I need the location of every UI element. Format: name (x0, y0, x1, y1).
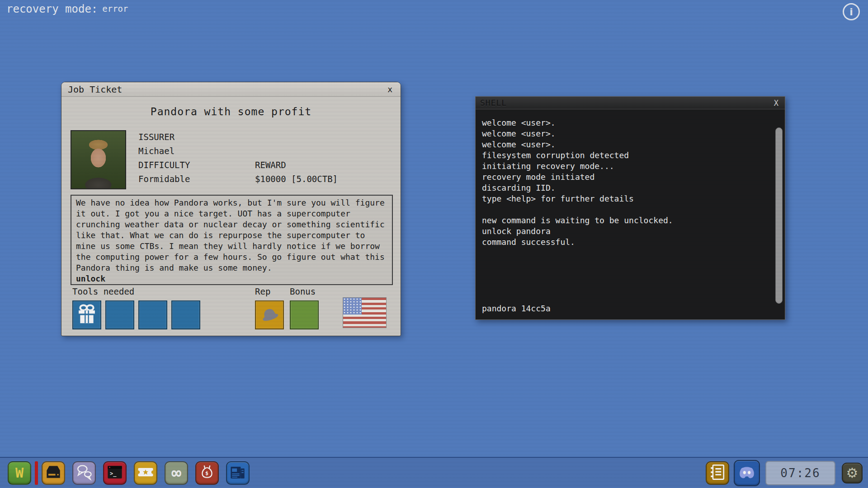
shell-line: welcome <user>. (482, 128, 769, 139)
united-states-flag (343, 297, 387, 328)
shell-line: welcome <user>. (482, 139, 769, 150)
issuer-photo (71, 130, 126, 189)
issuer-label: ISSURER (138, 132, 175, 142)
shell-output: welcome <user>.welcome <user>.welcome <u… (482, 117, 769, 248)
tool-slot-gift (72, 300, 101, 329)
shell-line: type <help> for further details (482, 193, 769, 204)
recovery-status: recovery mode: error (6, 3, 128, 15)
shell-line: discarding IID. (482, 183, 769, 193)
bonus-label: Bonus (290, 286, 316, 296)
money-bag-icon: $ (197, 462, 217, 484)
job-ticket-titlebar[interactable]: Job Ticket x (61, 82, 401, 97)
taskbar-item-chat[interactable] (72, 461, 96, 485)
shell-line: recovery mode initiated (482, 172, 769, 183)
taskbar-item-ticket[interactable] (134, 461, 157, 485)
shell-scrollbar[interactable] (775, 125, 783, 316)
taskbar: W >_ (0, 457, 868, 488)
taskbar-item-infinity[interactable]: ∞ (165, 461, 188, 485)
taskbar-item-money-bag[interactable]: $ (195, 461, 219, 485)
shell-line: filesystem corruption detected (482, 150, 769, 161)
job-ticket-close-button[interactable]: x (386, 85, 394, 94)
job-description-box: We have no idea how Pandora works, but I… (71, 195, 393, 285)
job-ticket-title: Job Ticket (68, 84, 122, 95)
issuer-name: Michael (138, 146, 175, 156)
info-icon-glyph: i (849, 6, 853, 18)
clock-time: 07:26 (780, 466, 820, 480)
bonus-tile (290, 300, 319, 329)
svg-text:>_: >_ (110, 470, 117, 477)
rep-label: Rep (255, 286, 270, 296)
difficulty-label: DIFFICULTY (138, 160, 190, 170)
shell-close-button[interactable]: X (772, 99, 780, 108)
difficulty-value: Formidable (138, 174, 190, 184)
taskbar-item-w-logo[interactable]: W (8, 461, 31, 485)
shell-line (482, 204, 769, 215)
taskbar-item-drive[interactable] (42, 461, 65, 485)
shell-line: initiating recovery mode... (482, 161, 769, 172)
reward-label: REWARD (255, 160, 286, 170)
taskbar-item-settings[interactable]: ⚙ (842, 463, 863, 483)
shell-line: command successful. (482, 237, 769, 248)
recovery-status-label: recovery mode: (6, 3, 98, 15)
shell-line: new command is waiting to be unclocked. (482, 215, 769, 226)
notepad-icon (228, 462, 248, 484)
taskbar-divider (35, 461, 38, 485)
taskbar-item-journal[interactable] (706, 461, 729, 485)
job-description-command: unlock (76, 273, 387, 284)
terminal-icon: >_ (105, 462, 125, 484)
job-description: We have no idea how Pandora works, but I… (76, 197, 387, 273)
taskbar-item-discord[interactable] (734, 460, 760, 486)
shell-line: unlock pandora (482, 226, 769, 237)
job-title: Pandora with some profit (61, 106, 401, 117)
tool-slot-empty (138, 300, 167, 329)
journal-icon (708, 462, 727, 484)
hat-icon (257, 302, 282, 328)
tools-needed-slots (72, 300, 200, 329)
shell-titlebar[interactable]: SHELL X (476, 97, 785, 109)
flag-canton (343, 298, 362, 314)
taskbar-item-notepad[interactable] (226, 461, 250, 485)
settings-gear-icon: ⚙ (846, 466, 859, 480)
gift-icon (75, 302, 99, 328)
tool-slot-empty (171, 300, 200, 329)
svg-text:$: $ (205, 470, 208, 476)
shell-body[interactable]: welcome <user>.welcome <user>.welcome <u… (476, 109, 785, 319)
rep-tile (255, 300, 284, 329)
ticket-icon (136, 462, 156, 484)
infinity-icon: ∞ (171, 465, 181, 481)
taskbar-item-terminal[interactable]: >_ (103, 461, 127, 485)
w-logo-icon: W (15, 465, 24, 481)
shell-line: welcome <user>. (482, 117, 769, 128)
drive-icon (43, 462, 63, 484)
tools-needed-label: Tools needed (72, 286, 134, 296)
shell-title: SHELL (480, 98, 507, 108)
taskbar-right: 07:26 ⚙ (706, 460, 863, 486)
reward-value: $10000 [5.00CTB] (255, 174, 338, 184)
tool-slot-empty (105, 300, 134, 329)
shell-window: SHELL X welcome <user>.welcome <user>.we… (475, 96, 785, 320)
chat-icon (74, 462, 94, 484)
shell-scrollbar-thumb[interactable] (775, 127, 783, 304)
discord-icon (736, 461, 758, 485)
recovery-status-value: error (102, 4, 128, 14)
taskbar-clock: 07:26 (765, 461, 835, 485)
info-icon[interactable]: i (843, 3, 860, 20)
shell-prompt: pandora 14cc5a (482, 304, 551, 313)
job-ticket-window: Job Ticket x Pandora with some profit IS… (61, 82, 401, 336)
